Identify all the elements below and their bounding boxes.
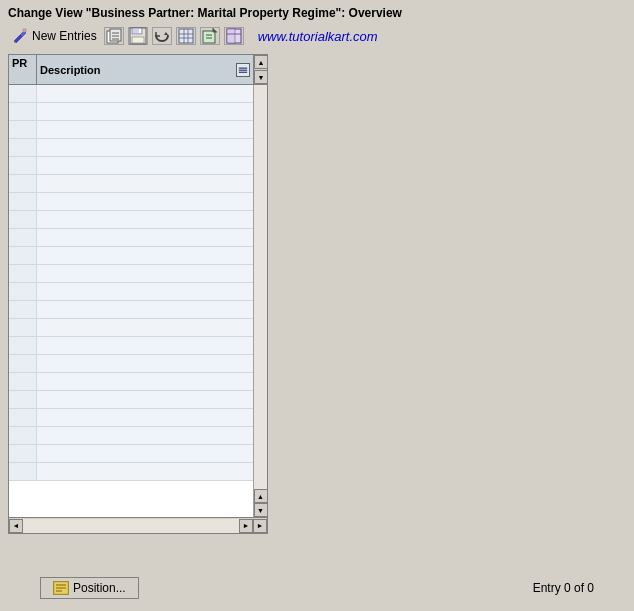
column-header-description: Description [37, 55, 253, 84]
watermark: www.tutorialkart.com [258, 29, 378, 44]
save-icon[interactable] [128, 27, 148, 45]
svg-rect-30 [239, 69, 247, 70]
table-row [9, 85, 253, 103]
table-row [9, 301, 253, 319]
column-settings-icon[interactable] [236, 63, 250, 77]
bottom-bar: Position... Entry 0 of 0 [0, 569, 634, 611]
content-area: PR Description ▲ ▼ [0, 50, 634, 569]
scroll-right-end-button[interactable]: ► [253, 519, 267, 533]
svg-rect-12 [132, 37, 144, 43]
svg-rect-29 [239, 67, 247, 68]
scroll-left-button[interactable]: ◄ [9, 519, 23, 533]
scroll-right-button[interactable]: ► [239, 519, 253, 533]
table-row [9, 355, 253, 373]
hscroll-right-buttons: ► ► [239, 519, 267, 533]
export-icon[interactable] [200, 27, 220, 45]
scroll-down-button[interactable]: ▼ [254, 70, 268, 84]
toolbar: New Entries [0, 24, 634, 50]
svg-marker-23 [213, 28, 217, 32]
scroll-up-end-button[interactable]: ▲ [254, 489, 268, 503]
main-window: Change View "Business Partner: Marital P… [0, 0, 634, 611]
table-row [9, 193, 253, 211]
table-scroll-area: ▲ ▼ [9, 85, 267, 517]
scroll-down-end-button[interactable]: ▼ [254, 503, 268, 517]
table-row [9, 373, 253, 391]
table-row [9, 211, 253, 229]
window-title: Change View "Business Partner: Marital P… [8, 6, 402, 20]
data-table: PR Description ▲ ▼ [8, 54, 268, 534]
table-row [9, 103, 253, 121]
vertical-scrollbar: ▲ ▼ [253, 85, 267, 517]
scroll-up-button[interactable]: ▲ [254, 55, 268, 69]
svg-rect-4 [23, 29, 26, 32]
table-row [9, 409, 253, 427]
table-row [9, 157, 253, 175]
undo-icon[interactable] [152, 27, 172, 45]
table-row [9, 391, 253, 409]
svg-rect-31 [239, 71, 247, 72]
table-row [9, 139, 253, 157]
new-entries-label: New Entries [32, 29, 97, 43]
svg-marker-14 [164, 32, 168, 35]
position-button[interactable]: Position... [40, 577, 139, 599]
position-label: Position... [73, 581, 126, 595]
layout-icon[interactable] [224, 27, 244, 45]
table-header: PR Description ▲ ▼ [9, 55, 267, 85]
table-row [9, 319, 253, 337]
table-row [9, 337, 253, 355]
svg-rect-27 [227, 29, 235, 43]
svg-rect-20 [203, 31, 215, 43]
grid-icon[interactable] [176, 27, 196, 45]
table-row [9, 427, 253, 445]
title-bar: Change View "Business Partner: Marital P… [0, 0, 634, 24]
horizontal-scrollbar-area: ◄ ► ► [9, 517, 267, 533]
svg-rect-13 [139, 29, 141, 33]
table-body [9, 85, 253, 517]
table-row [9, 121, 253, 139]
copy-icon[interactable] [104, 27, 124, 45]
position-icon [53, 581, 69, 595]
new-entries-button[interactable]: New Entries [8, 26, 100, 46]
entry-info: Entry 0 of 0 [533, 581, 594, 595]
table-row [9, 229, 253, 247]
table-row [9, 175, 253, 193]
horizontal-scroll-track[interactable] [23, 519, 239, 533]
table-row [9, 445, 253, 463]
vertical-scroll-track[interactable] [254, 85, 268, 489]
column-header-pr: PR [9, 55, 37, 84]
new-entries-pen-icon [11, 27, 29, 45]
table-row [9, 265, 253, 283]
table-row [9, 463, 253, 481]
table-row [9, 283, 253, 301]
table-row [9, 247, 253, 265]
svg-rect-15 [179, 29, 193, 43]
